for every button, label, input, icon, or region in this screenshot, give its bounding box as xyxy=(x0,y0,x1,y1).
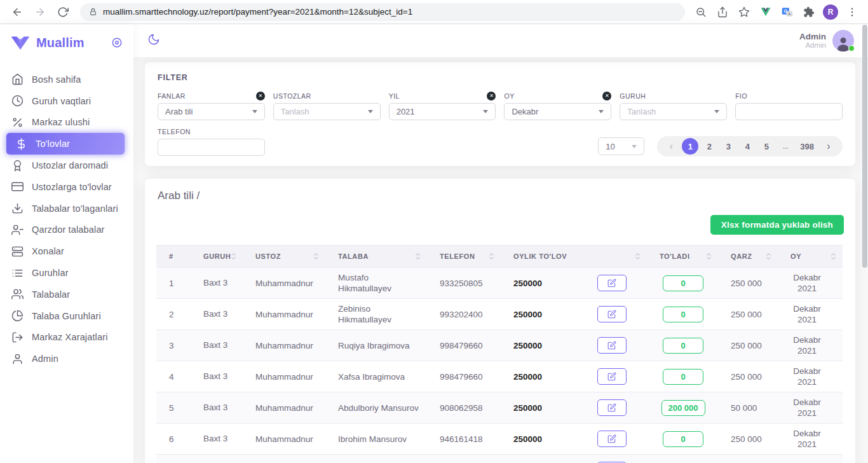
pagination-page-398[interactable]: 398 xyxy=(796,138,818,155)
select-value: Dekabr xyxy=(512,107,538,116)
cell-oylik: 250000 xyxy=(501,330,647,361)
pagination-page-3[interactable]: 3 xyxy=(720,138,736,155)
browser-chrome: muallim.smarttechnology.uz/report/paymen… xyxy=(0,0,868,24)
sidebar-item-guruhlar[interactable]: Guruhlar xyxy=(0,262,133,284)
report-card: Arab tili / Xlsx formatda yuklab olish #… xyxy=(145,179,855,463)
sidebar-item-talaba-guruhlari[interactable]: Talaba Guruhlari xyxy=(0,305,133,327)
extensions-puzzle-icon[interactable] xyxy=(799,3,818,22)
ustozlar-select[interactable]: Tanlash xyxy=(273,103,381,120)
pagination-prev[interactable]: ‹ xyxy=(663,138,679,155)
lock-icon xyxy=(89,8,97,16)
sidebar-item-markaz-xarajatlari[interactable]: Markaz Xarajatlari xyxy=(0,327,133,349)
pagination-page-5[interactable]: 5 xyxy=(758,138,775,155)
cell-talaba: Zebiniso Hikmatullayev xyxy=(325,299,427,330)
sidebar-item-label: Talabalar to'laganlari xyxy=(32,204,118,214)
paid-amount-badge: 200 000 xyxy=(661,400,705,416)
forward-icon[interactable] xyxy=(29,3,51,22)
month-value: Dekabr 2021 xyxy=(790,428,824,450)
sidebar-item-qarzdor-talabalar[interactable]: Qarzdor talabalar xyxy=(0,219,133,241)
column-label: USTOZ xyxy=(255,252,281,260)
column-header-oylik[interactable]: OYLIK TO'LOV xyxy=(501,245,647,268)
paid-amount-badge: 0 xyxy=(663,307,703,322)
cell-oy: Dekabr 2021 xyxy=(778,299,843,330)
clear-filter-icon[interactable]: ✕ xyxy=(602,92,611,100)
edit-payment-button[interactable] xyxy=(597,399,627,416)
fanlar-select[interactable]: Arab tili xyxy=(158,103,265,120)
edit-payment-button[interactable] xyxy=(597,431,627,447)
telefon-input[interactable] xyxy=(158,139,265,156)
cell-num: 1 xyxy=(156,268,191,299)
column-header-oy[interactable]: OY xyxy=(778,245,843,268)
month-value: Dekabr 2021 xyxy=(790,303,824,325)
vue-devtools-icon[interactable] xyxy=(756,3,775,22)
xlsx-download-button[interactable]: Xlsx formatda yuklab olish xyxy=(710,215,844,235)
column-header-guruh[interactable]: GURUH xyxy=(191,245,243,268)
cell-guruh: Baxt 3 xyxy=(191,268,243,299)
sidebar-item-label: Talabalar xyxy=(32,289,70,300)
edit-payment-button[interactable] xyxy=(597,275,627,291)
edit-payment-button[interactable] xyxy=(597,337,627,354)
cell-ustoz: Muhammadnur xyxy=(243,299,325,330)
sidebar-item-guruh-vaqtlari[interactable]: Guruh vaqtlari xyxy=(0,90,133,112)
user-name: Admin xyxy=(799,32,826,41)
sidebar-item-to-lovlar[interactable]: To'lovlar xyxy=(6,133,125,155)
oy-select[interactable]: Dekabr xyxy=(504,103,611,120)
address-bar[interactable]: muallim.smarttechnology.uz/report/paymen… xyxy=(80,3,685,21)
guruh-select[interactable]: Tanlash xyxy=(620,103,727,120)
column-header-ustoz[interactable]: USTOZ xyxy=(243,245,325,268)
sidebar-item-admin[interactable]: Admin xyxy=(0,348,133,370)
fio-input[interactable] xyxy=(735,103,843,120)
edit-payment-button[interactable] xyxy=(597,368,627,385)
user-menu[interactable]: Admin Admin xyxy=(799,30,854,52)
column-header-qarz[interactable]: QARZ xyxy=(718,245,778,268)
pagination-next[interactable]: › xyxy=(820,138,837,155)
clear-filter-icon[interactable]: ✕ xyxy=(487,92,496,100)
pagination-page-2[interactable]: 2 xyxy=(701,138,717,155)
page-scrollbar[interactable] xyxy=(862,25,867,268)
filter-field-fio: FIO xyxy=(735,91,843,120)
content-area: FILTER FANLAR✕Arab tiliUSTOZLARTanlashYI… xyxy=(133,57,868,463)
sidebar-item-talabalar[interactable]: Talabalar xyxy=(0,284,133,305)
sidebar-item-bosh-sahifa[interactable]: Bosh sahifa xyxy=(0,69,133,90)
sidebar-item-markaz-ulushi[interactable]: Markaz ulushi xyxy=(0,112,133,134)
column-header-talaba[interactable]: TALABA xyxy=(325,245,427,268)
filter-label: FIO xyxy=(735,92,747,100)
sidebar-item-label: Xonalar xyxy=(32,246,64,256)
dark-mode-moon-icon[interactable] xyxy=(147,33,160,48)
sidebar-item-xonalar[interactable]: Xonalar xyxy=(0,240,133,262)
zoom-out-icon[interactable] xyxy=(691,3,710,22)
column-header-telefon[interactable]: TELEFON xyxy=(427,245,501,268)
edit-payment-button[interactable] xyxy=(597,306,627,322)
sidebar-item-label: Talaba Guruhlari xyxy=(32,311,101,321)
column-label: QARZ xyxy=(731,252,752,260)
cell-num: 4 xyxy=(156,361,191,392)
pagination-page-4[interactable]: 4 xyxy=(739,138,756,155)
page-size-select[interactable]: 10 xyxy=(598,137,644,155)
profile-avatar[interactable]: R xyxy=(823,4,838,20)
translate-icon[interactable]: GA xyxy=(778,3,797,22)
sidebar-item-ustozlar-daromadi[interactable]: Ustozlar daromadi xyxy=(0,155,133,176)
log-out-icon xyxy=(11,331,24,343)
bookmark-star-icon[interactable] xyxy=(735,3,754,22)
clear-filter-icon[interactable]: ✕ xyxy=(256,92,265,100)
column-header-toladi[interactable]: TO'LADI xyxy=(647,245,718,268)
pagination-ellipsis: ... xyxy=(777,138,794,155)
back-icon[interactable] xyxy=(6,3,28,22)
filter-label: YIL xyxy=(389,92,400,100)
filter-label: TELEFON xyxy=(158,128,191,135)
list-icon xyxy=(11,267,24,279)
sidebar-item-ustozlarga-to-lovlar[interactable]: Ustozlarga to'lovlar xyxy=(0,176,133,198)
table-row: 4Baxt 3MuhammadnurXafsa Ibragimova998479… xyxy=(156,361,843,392)
reload-icon[interactable] xyxy=(52,3,74,22)
sidebar-item-talabalar-to-laganlari[interactable]: Talabalar to'laganlari xyxy=(0,198,133,219)
cell-toladi: 200 000 xyxy=(647,392,718,424)
yil-select[interactable]: 2021 xyxy=(389,103,496,120)
user-minus-icon xyxy=(11,224,24,236)
sidebar-item-label: Bosh sahifa xyxy=(32,74,81,85)
month-value: Dekabr 2021 xyxy=(790,335,824,356)
menu-kebab-icon[interactable] xyxy=(843,3,862,22)
sidebar-pin-toggle-icon[interactable] xyxy=(111,36,123,49)
cell-talaba: Abdulboriy Mansurov xyxy=(325,392,427,424)
pagination-page-1[interactable]: 1 xyxy=(682,138,698,155)
share-icon[interactable] xyxy=(713,3,732,22)
